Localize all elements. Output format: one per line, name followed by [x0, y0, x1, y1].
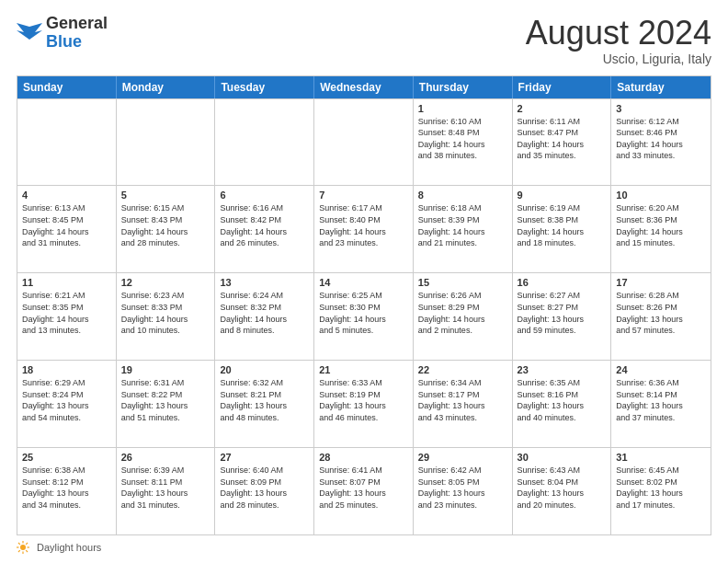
svg-marker-0	[17, 23, 42, 40]
day-number: 4	[22, 190, 111, 201]
day-info: Sunrise: 6:25 AM Sunset: 8:30 PM Dayligh…	[319, 290, 408, 336]
daylight-hours-label: Daylight hours	[37, 542, 101, 553]
day-number: 26	[121, 452, 210, 463]
calendar-cell: 4Sunrise: 6:13 AM Sunset: 8:45 PM Daylig…	[17, 186, 117, 272]
day-number: 29	[418, 452, 507, 463]
day-number: 8	[418, 190, 507, 201]
calendar-cell: 27Sunrise: 6:40 AM Sunset: 8:09 PM Dayli…	[215, 448, 314, 534]
day-number: 16	[518, 277, 607, 288]
day-info: Sunrise: 6:35 AM Sunset: 8:16 PM Dayligh…	[518, 377, 607, 423]
day-info: Sunrise: 6:29 AM Sunset: 8:24 PM Dayligh…	[22, 377, 111, 423]
calendar-cell: 19Sunrise: 6:31 AM Sunset: 8:22 PM Dayli…	[117, 361, 216, 447]
svg-point-1	[20, 545, 26, 550]
title-block: August 2024 Uscio, Liguria, Italy	[526, 15, 711, 66]
header: General Blue August 2024 Uscio, Liguria,…	[17, 15, 711, 66]
day-info: Sunrise: 6:39 AM Sunset: 8:11 PM Dayligh…	[121, 465, 210, 511]
day-info: Sunrise: 6:10 AM Sunset: 8:48 PM Dayligh…	[418, 116, 507, 162]
day-info: Sunrise: 6:45 AM Sunset: 8:02 PM Dayligh…	[616, 465, 706, 511]
day-info: Sunrise: 6:16 AM Sunset: 8:42 PM Dayligh…	[220, 202, 309, 248]
calendar-cell: 18Sunrise: 6:29 AM Sunset: 8:24 PM Dayli…	[17, 361, 117, 447]
calendar-cell: 8Sunrise: 6:18 AM Sunset: 8:39 PM Daylig…	[414, 186, 513, 272]
calendar-cell: 9Sunrise: 6:19 AM Sunset: 8:38 PM Daylig…	[513, 186, 612, 272]
day-number: 27	[220, 452, 309, 463]
calendar-cell: 16Sunrise: 6:27 AM Sunset: 8:27 PM Dayli…	[513, 273, 612, 360]
calendar: SundayMondayTuesdayWednesdayThursdayFrid…	[17, 75, 711, 535]
calendar-row: 11Sunrise: 6:21 AM Sunset: 8:35 PM Dayli…	[17, 272, 711, 360]
calendar-cell: 23Sunrise: 6:35 AM Sunset: 8:16 PM Dayli…	[513, 361, 612, 447]
month-year-title: August 2024	[526, 15, 711, 52]
calendar-cell: 3Sunrise: 6:12 AM Sunset: 8:46 PM Daylig…	[611, 99, 711, 186]
day-number: 3	[616, 103, 706, 114]
logo-blue: Blue	[46, 32, 82, 51]
calendar-cell: 20Sunrise: 6:32 AM Sunset: 8:21 PM Dayli…	[215, 361, 314, 447]
calendar-cell: 7Sunrise: 6:17 AM Sunset: 8:40 PM Daylig…	[314, 186, 414, 272]
day-number: 1	[418, 103, 507, 114]
calendar-cell: 15Sunrise: 6:26 AM Sunset: 8:29 PM Dayli…	[414, 273, 513, 360]
day-info: Sunrise: 6:31 AM Sunset: 8:22 PM Dayligh…	[121, 377, 210, 423]
day-info: Sunrise: 6:24 AM Sunset: 8:32 PM Dayligh…	[220, 290, 309, 336]
calendar-empty-cell	[314, 99, 414, 186]
calendar-row: 18Sunrise: 6:29 AM Sunset: 8:24 PM Dayli…	[17, 360, 711, 447]
day-info: Sunrise: 6:41 AM Sunset: 8:07 PM Dayligh…	[319, 465, 408, 511]
footer: Daylight hours	[17, 541, 711, 554]
day-number: 7	[319, 190, 408, 201]
calendar-cell: 17Sunrise: 6:28 AM Sunset: 8:26 PM Dayli…	[611, 273, 711, 360]
day-number: 23	[518, 364, 607, 375]
day-info: Sunrise: 6:11 AM Sunset: 8:47 PM Dayligh…	[518, 116, 607, 162]
calendar-cell: 2Sunrise: 6:11 AM Sunset: 8:47 PM Daylig…	[513, 99, 612, 186]
day-number: 21	[319, 364, 408, 375]
day-number: 9	[518, 190, 607, 201]
calendar-day-header: Friday	[513, 76, 612, 98]
day-number: 19	[121, 364, 210, 375]
day-info: Sunrise: 6:36 AM Sunset: 8:14 PM Dayligh…	[616, 377, 706, 423]
day-info: Sunrise: 6:18 AM Sunset: 8:39 PM Dayligh…	[418, 202, 507, 248]
calendar-cell: 29Sunrise: 6:42 AM Sunset: 8:05 PM Dayli…	[414, 448, 513, 534]
day-number: 14	[319, 277, 408, 288]
day-number: 30	[518, 452, 607, 463]
calendar-row: 1Sunrise: 6:10 AM Sunset: 8:48 PM Daylig…	[17, 98, 711, 186]
day-info: Sunrise: 6:13 AM Sunset: 8:45 PM Dayligh…	[22, 202, 111, 248]
day-number: 18	[22, 364, 111, 375]
logo-bird-icon	[17, 23, 42, 43]
calendar-cell: 21Sunrise: 6:33 AM Sunset: 8:19 PM Dayli…	[314, 361, 414, 447]
day-number: 10	[616, 190, 706, 201]
day-info: Sunrise: 6:27 AM Sunset: 8:27 PM Dayligh…	[518, 290, 607, 336]
day-info: Sunrise: 6:32 AM Sunset: 8:21 PM Dayligh…	[220, 377, 309, 423]
sun-icon	[17, 541, 29, 554]
day-info: Sunrise: 6:15 AM Sunset: 8:43 PM Dayligh…	[121, 202, 210, 248]
day-info: Sunrise: 6:38 AM Sunset: 8:12 PM Dayligh…	[22, 465, 111, 511]
logo-general: General	[46, 14, 108, 32]
day-number: 22	[418, 364, 507, 375]
calendar-cell: 5Sunrise: 6:15 AM Sunset: 8:43 PM Daylig…	[117, 186, 216, 272]
calendar-empty-cell	[117, 99, 216, 186]
day-info: Sunrise: 6:20 AM Sunset: 8:36 PM Dayligh…	[616, 202, 706, 248]
svg-line-8	[26, 543, 28, 545]
day-number: 24	[616, 364, 706, 375]
calendar-cell: 13Sunrise: 6:24 AM Sunset: 8:32 PM Dayli…	[215, 273, 314, 360]
day-number: 11	[22, 277, 111, 288]
calendar-cell: 25Sunrise: 6:38 AM Sunset: 8:12 PM Dayli…	[17, 448, 117, 534]
calendar-body: 1Sunrise: 6:10 AM Sunset: 8:48 PM Daylig…	[17, 98, 711, 534]
day-info: Sunrise: 6:34 AM Sunset: 8:17 PM Dayligh…	[418, 377, 507, 423]
calendar-day-header: Wednesday	[314, 76, 414, 98]
day-info: Sunrise: 6:28 AM Sunset: 8:26 PM Dayligh…	[616, 290, 706, 336]
calendar-cell: 26Sunrise: 6:39 AM Sunset: 8:11 PM Dayli…	[117, 448, 216, 534]
day-number: 13	[220, 277, 309, 288]
logo-text: General Blue	[46, 15, 108, 52]
calendar-day-header: Saturday	[611, 76, 711, 98]
calendar-cell: 30Sunrise: 6:43 AM Sunset: 8:04 PM Dayli…	[513, 448, 612, 534]
day-number: 25	[22, 452, 111, 463]
day-number: 15	[418, 277, 507, 288]
day-number: 2	[518, 103, 607, 114]
day-info: Sunrise: 6:12 AM Sunset: 8:46 PM Dayligh…	[616, 116, 706, 162]
calendar-day-header: Monday	[117, 76, 216, 98]
calendar-cell: 12Sunrise: 6:23 AM Sunset: 8:33 PM Dayli…	[117, 273, 216, 360]
calendar-day-header: Tuesday	[215, 76, 314, 98]
calendar-cell: 31Sunrise: 6:45 AM Sunset: 8:02 PM Dayli…	[611, 448, 711, 534]
day-number: 31	[616, 452, 706, 463]
day-number: 17	[616, 277, 706, 288]
svg-line-6	[18, 543, 20, 545]
day-number: 6	[220, 190, 309, 201]
day-info: Sunrise: 6:21 AM Sunset: 8:35 PM Dayligh…	[22, 290, 111, 336]
svg-line-9	[18, 550, 20, 552]
